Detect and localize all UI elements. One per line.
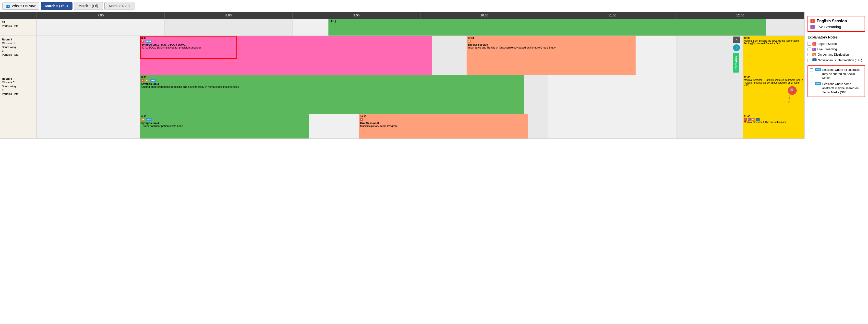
event-symposium3[interactable]: 8:30 E O SNS Symposium 3 Cutting edge of… — [140, 75, 524, 114]
badge-o-3a: O — [146, 79, 149, 82]
event-text-4c: Medical Seminar 4 The role of biomark — [744, 121, 803, 123]
tab-march6[interactable]: March 6 (Thu) — [41, 2, 72, 10]
room-label-2: Room 3 Ohwada B South Wing 1F Portopia H… — [0, 36, 37, 75]
room-sub-3c: 1F — [2, 88, 34, 92]
grid-row-3: Room 4 Ohwada C South Wing 1F Portopia H… — [0, 75, 804, 114]
event-title-2b: Special Session — [468, 43, 634, 46]
event-symposium1[interactable]: 8:30 E SNS Symposium 1 (JCA / JSCO / JSM… — [140, 36, 432, 75]
schedule-area: 7:00 8:00 9:00 10:00 11:00 12:00 1F Port… — [0, 12, 804, 139]
event-time-3a: 8:30 — [141, 76, 523, 79]
note-text-si: Simultaneous Interpretation (E&J) — [818, 58, 862, 62]
popup-english-row: E English Session — [810, 19, 862, 23]
event-subtitle-3a: Cutting edge of genomic medicine and nov… — [141, 85, 523, 88]
event-time-2b: 10:40 — [468, 37, 634, 39]
room-name-1: Portopia Hotel — [2, 24, 34, 28]
time-slot-700: 7:00 — [37, 12, 164, 19]
tab-march7[interactable]: March 7 (Fri) — [74, 2, 103, 10]
remarks-area: × ? Remarks — [733, 36, 740, 72]
time-slot-1100: 11:00 — [548, 12, 676, 19]
event-subtitle-4a: Tumor board for patients with bone — [141, 124, 308, 127]
time-slot-800: 8:00 — [164, 12, 292, 19]
event-title-2a: Symposium 1 (JCA / JSCO / JSMO) — [141, 43, 431, 46]
sns-note-2: SNS Sessions where some abstracts may be… — [810, 82, 863, 94]
note-text-l: Live Streaming — [817, 48, 837, 51]
search-label: Search — [788, 95, 790, 103]
event-symposium4[interactable]: 8:30 O SNS Symposium 4 Tumor board for p… — [140, 114, 309, 139]
event-badges-4c: E L O 🎧 — [744, 118, 803, 121]
note-item-english: E English Session — [807, 42, 865, 46]
note-item-simultaneous: 🎧 Simultaneous Interpretation (E&J) — [807, 58, 865, 62]
cells-2: 8:30 E SNS Symposium 1 (JCA / JSCO / JSM… — [37, 36, 804, 75]
note-item-live: L Live Streaming — [807, 48, 865, 51]
badge-o-2b: O — [468, 40, 471, 42]
question-button[interactable]: ? — [733, 45, 740, 51]
popup-box: E English Session L Live Streaming — [807, 16, 865, 32]
note-checkbox-e[interactable] — [807, 42, 811, 46]
event-subtitle-4b: Multidisciplinary Team Program — [360, 124, 527, 127]
room-sub-3d: Portopia Hotel — [2, 92, 34, 96]
search-float-btn[interactable]: 🔍 Search — [788, 86, 797, 103]
cells-1: LTD.] — [37, 19, 804, 35]
note-checkbox-si[interactable] — [807, 59, 811, 62]
cell-1-1 — [37, 19, 164, 35]
event-special-session[interactable]: 10:40 O Special Session Importance and R… — [467, 36, 635, 75]
search-button[interactable]: 🔍 — [788, 86, 797, 95]
event-medical-sem-2[interactable]: 12:00 Medical Sem Beyond the Towards the… — [743, 36, 804, 75]
cell-3-5 — [548, 75, 676, 114]
sns-checkbox-1[interactable] — [810, 68, 813, 72]
popup-e-badge: E — [810, 19, 815, 23]
note-checkbox-l[interactable] — [807, 48, 811, 51]
sns-badge-2: SNS — [815, 82, 821, 85]
sns-text-2: Sessions where some abstracts may be sha… — [823, 82, 863, 94]
cells-3: 8:30 E O SNS Symposium 3 Cutting edge of… — [37, 75, 804, 114]
note-text-o: On-demand Distribution — [818, 53, 849, 56]
time-slot-1200: 12:00 — [677, 12, 804, 19]
badge-e-4c: E — [744, 118, 747, 121]
event-text-3b: Medical Seminar 3 Patients-centered trea… — [744, 79, 803, 87]
event-badges-2a: E SNS — [141, 39, 431, 42]
badge-sns-3a: SNS — [150, 79, 156, 82]
event-title-3a: Symposium 3 — [141, 82, 523, 85]
popup-live-row: L Live Streaming — [810, 25, 862, 29]
grid-row-2: Room 3 Ohwada B South Wing 1F Portopia H… — [0, 36, 804, 75]
close-button[interactable]: × — [733, 36, 740, 43]
event-oral-session3[interactable]: 10:10 E Oral Session 3 Multidisciplinary… — [359, 114, 528, 139]
room-label-3: Room 4 Ohwada C South Wing 1F Portopia H… — [0, 75, 37, 114]
popup-live-label: Live Streaming — [816, 25, 841, 29]
grid-row-1: 1F Portopia Hotel LTD.] — [0, 19, 804, 36]
whats-on-icon: 👥 — [6, 4, 10, 8]
cells-4: 8:30 O SNS Symposium 4 Tumor board for p… — [37, 114, 804, 139]
badge-e-4b: E — [360, 118, 363, 121]
whats-on-now-button[interactable]: 👥 What's On Now — [2, 2, 39, 9]
room-sub-3a: Ohwada C — [2, 81, 34, 84]
cell-1-2 — [164, 19, 292, 35]
event-badges-4a: O SNS — [141, 118, 308, 121]
badge-sns-2a: SNS — [146, 40, 152, 42]
tab-march8[interactable]: March 8 (Sat) — [104, 2, 134, 10]
sns-note-1: SNS Sessions where all abstracts may be … — [810, 68, 863, 80]
event-row1-text: LTD.] — [330, 20, 336, 23]
header: 👥 What's On Now March 6 (Thu) March 7 (F… — [0, 0, 868, 12]
sidebar: E English Session L Live Streaming Expla… — [804, 12, 868, 139]
note-item-ondemand: O On-demand Distribution — [807, 53, 865, 56]
explanatory-notes-title: Explanatory Notes — [807, 35, 865, 39]
room-sub-2d: Portopia Hotel — [2, 53, 34, 57]
room-sub-2c: 1F — [2, 49, 34, 53]
event-subtitle-2b: Importance and Reality of Oncocardiology… — [468, 46, 634, 49]
event-row1-green[interactable]: LTD.] — [329, 19, 766, 35]
note-text-e: English Session — [817, 42, 838, 46]
sns-checkbox-2[interactable] — [810, 83, 813, 86]
badge-o-4a: O — [141, 118, 145, 121]
event-medical-sem-4[interactable]: 12:00 E L O 🎧 Medical Seminar 4 The role… — [743, 114, 804, 139]
room-sub-3b: South Wing — [2, 85, 34, 88]
remarks-button[interactable]: Remarks — [733, 53, 739, 72]
room-sub-2b: South Wing — [2, 45, 34, 49]
badge-e-3a: E — [141, 79, 144, 82]
badge-headphone-4c: 🎧 — [755, 118, 760, 121]
note-checkbox-o[interactable] — [807, 53, 811, 56]
room-name-3: Room 4 — [2, 77, 34, 81]
event-time-2a: 8:30 — [141, 37, 431, 39]
grid-row-4: 8:30 O SNS Symposium 4 Tumor board for p… — [0, 114, 804, 139]
sns-notes-box: SNS Sessions where all abstracts may be … — [807, 65, 865, 97]
sns-badge-1: SNS — [815, 68, 821, 71]
